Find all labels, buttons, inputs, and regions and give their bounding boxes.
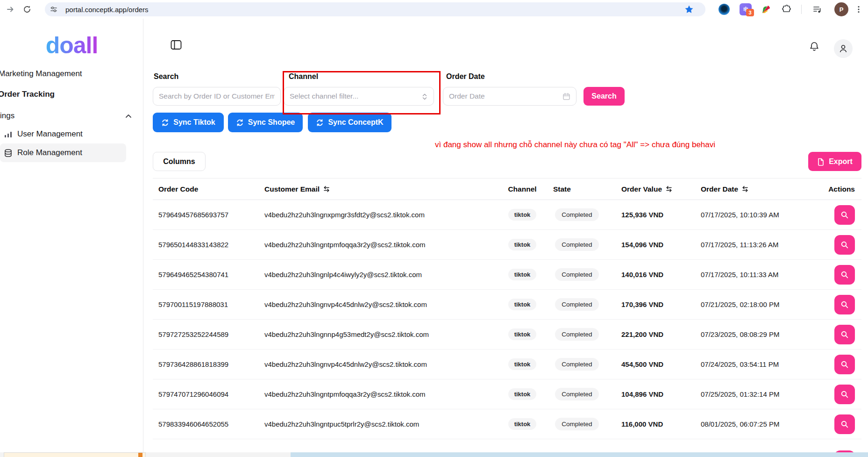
view-order-button[interactable] <box>834 385 855 404</box>
select-chevrons-icon <box>421 93 428 101</box>
magnifier-icon <box>840 300 849 309</box>
extension-feather-icon[interactable] <box>760 3 773 16</box>
order-date-cell: 07/24/2025, 03:54:11 PM <box>687 360 794 368</box>
channel-badge: tiktok <box>508 418 537 430</box>
bookmark-star-icon[interactable] <box>684 4 694 14</box>
search-label: Search <box>154 72 178 81</box>
header-order-code[interactable]: Order Code <box>153 185 260 193</box>
customer-email-cell: v4bedu2hz2uh3lngnvp4c45dnlw2y@scs2.tikto… <box>260 360 503 368</box>
state-badge: Completed <box>555 388 598 400</box>
search-button[interactable]: Search <box>583 87 625 106</box>
order-date-cell: 07/17/2025, 11:13:26 AM <box>687 241 794 249</box>
bar-chart-icon <box>4 130 13 139</box>
columns-button[interactable]: Columns <box>153 152 206 171</box>
browser-menu-icon[interactable] <box>852 3 865 16</box>
view-order-button[interactable] <box>834 414 855 434</box>
customer-email-cell: v4bedu2hz2uh3lngnxpmgr3sfdt2y@scs2.tikto… <box>260 211 503 219</box>
sidebar-toggle-icon[interactable] <box>169 37 184 52</box>
channel-badge: tiktok <box>508 358 537 370</box>
state-badge: Completed <box>555 328 598 341</box>
sidebar-item-marketing-management[interactable]: Marketing Management <box>0 65 143 82</box>
order-code-cell: 579649465254380741 <box>153 271 260 278</box>
browser-profile-avatar[interactable]: P <box>834 2 848 16</box>
sync-shopee-button[interactable]: Sync Shopee <box>228 113 303 132</box>
taskbar-orange-marker <box>138 453 142 457</box>
extension-snowflake-icon[interactable]: ❄3 <box>739 3 752 16</box>
sort-icon <box>665 186 673 193</box>
magnifier-icon <box>840 330 849 339</box>
sidebar-item-settings[interactable]: ings <box>0 107 143 124</box>
taskbar-right-strip <box>291 452 868 457</box>
view-order-button[interactable] <box>834 265 855 285</box>
state-badge: Completed <box>555 358 598 371</box>
extension-lens-icon[interactable] <box>718 3 731 16</box>
channel-badge: tiktok <box>508 209 537 221</box>
table-row: 579833946064652055 v4bedu2hz2uh3lngntpuc… <box>153 409 861 439</box>
order-code-cell: 579736428861818399 <box>153 360 260 368</box>
view-order-button[interactable] <box>834 235 855 255</box>
customer-email-cell: v4bedu2hz2uh3lngnvp4c45dnlw2y@scs2.tikto… <box>260 300 503 308</box>
header-customer-email[interactable]: Customer Email <box>260 185 503 193</box>
order-date-cell: 07/17/2025, 10:11:33 AM <box>687 271 794 278</box>
header-order-date[interactable]: Order Date <box>687 185 794 193</box>
extensions-puzzle-icon[interactable] <box>780 3 793 16</box>
view-order-button[interactable] <box>834 295 855 314</box>
state-cell: Completed <box>542 268 612 281</box>
notifications-bell-icon[interactable] <box>809 41 820 52</box>
customer-email-cell: v4bedu2hz2uh3lngntpmfoqqa3r2y@scs2.tikto… <box>260 390 503 398</box>
actions-cell <box>794 205 861 225</box>
order-value-cell: 170,396 VND <box>612 300 687 308</box>
state-cell: Completed <box>542 358 612 371</box>
chevron-up-icon[interactable] <box>124 112 133 121</box>
view-order-button[interactable] <box>834 205 855 225</box>
database-icon <box>4 149 13 157</box>
header-state[interactable]: State <box>542 185 612 193</box>
channel-badge: tiktok <box>508 299 537 310</box>
state-badge: Completed <box>555 268 598 281</box>
sidebar-item-order-tracking[interactable]: Order Tracking <box>0 86 143 103</box>
playlist-icon[interactable] <box>811 3 824 16</box>
export-button[interactable]: Export <box>808 152 861 171</box>
view-order-button[interactable] <box>834 325 855 344</box>
actions-cell <box>794 235 861 255</box>
table-row: 579650144833143822 v4bedu2hz2uh3lngntpmf… <box>153 230 861 260</box>
file-icon <box>817 157 825 166</box>
channel-cell: tiktok <box>503 269 542 280</box>
sidebar-item-role-management[interactable]: Role Management <box>0 144 143 161</box>
header-order-value[interactable]: Order Value <box>612 185 687 193</box>
channel-select[interactable]: Select channel filter... <box>284 87 434 106</box>
magnifier-icon <box>840 360 849 369</box>
refresh-icon[interactable] <box>21 3 34 16</box>
forward-icon[interactable] <box>4 3 17 16</box>
address-bar[interactable]: portal.conceptk.app/orders <box>45 2 705 16</box>
site-info-icon[interactable] <box>49 4 59 14</box>
state-cell: Completed <box>542 388 612 400</box>
sidebar-item-user-management[interactable]: User Management <box>0 126 143 143</box>
browser-toolbar: portal.conceptk.app/orders ❄3 P <box>0 0 868 19</box>
state-cell: Completed <box>542 418 612 430</box>
order-value-cell: 104,896 VND <box>612 390 687 398</box>
channel-cell: tiktok <box>503 388 542 400</box>
sync-conceptk-button[interactable]: Sync ConceptK <box>308 113 391 132</box>
sync-tiktok-button[interactable]: Sync Tiktok <box>153 113 224 132</box>
table-row: 579747071296046094 v4bedu2hz2uh3lngntpmf… <box>153 379 861 409</box>
view-order-button[interactable] <box>834 355 855 374</box>
calendar-icon[interactable] <box>562 93 570 100</box>
order-value-cell: 221,200 VND <box>612 330 687 338</box>
order-date-input[interactable] <box>449 92 570 100</box>
channel-cell: tiktok <box>503 358 542 370</box>
profile-button[interactable] <box>834 39 853 58</box>
search-input[interactable] <box>159 92 275 100</box>
header-channel[interactable]: Channel <box>503 185 542 193</box>
state-badge: Completed <box>555 418 598 430</box>
magnifier-icon <box>840 211 849 219</box>
channel-cell: tiktok <box>503 239 542 250</box>
state-badge: Completed <box>555 238 598 251</box>
state-cell: Completed <box>542 208 612 221</box>
toolbar-divider <box>801 5 802 14</box>
actions-cell <box>794 414 861 434</box>
table-row: 579649465254380741 v4bedu2hz2uh3lngnlp4c… <box>153 260 861 290</box>
actions-cell <box>794 385 861 404</box>
magnifier-icon <box>840 271 849 279</box>
customer-email-cell: v4bedu2hz2uh3lngnnp4g53medt2y@scs2.tikto… <box>260 330 503 338</box>
